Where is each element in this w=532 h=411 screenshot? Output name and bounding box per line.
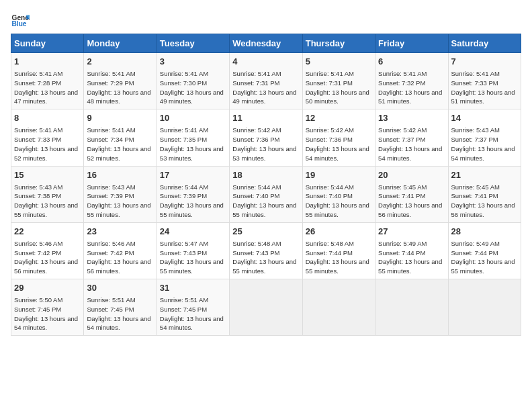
day-info: Sunrise: 5:41 AM Sunset: 7:28 PM Dayligh… — [14, 69, 81, 106]
day-info: Sunrise: 5:45 AM Sunset: 7:41 PM Dayligh… — [451, 183, 518, 220]
day-number: 2 — [87, 56, 153, 68]
day-info: Sunrise: 5:43 AM Sunset: 7:39 PM Dayligh… — [87, 183, 153, 220]
calendar-cell: 15Sunrise: 5:43 AM Sunset: 7:38 PM Dayli… — [11, 166, 84, 222]
day-number: 16 — [87, 169, 153, 181]
calendar-cell: 12Sunrise: 5:42 AM Sunset: 7:36 PM Dayli… — [302, 109, 375, 166]
day-number: 18 — [232, 169, 299, 181]
day-info: Sunrise: 5:46 AM Sunset: 7:42 PM Dayligh… — [14, 239, 81, 276]
day-info: Sunrise: 5:41 AM Sunset: 7:32 PM Dayligh… — [378, 69, 445, 106]
day-number: 26 — [306, 226, 372, 238]
calendar-cell: 17Sunrise: 5:44 AM Sunset: 7:39 PM Dayli… — [157, 166, 229, 222]
day-number: 23 — [87, 226, 153, 238]
day-number: 7 — [451, 56, 518, 68]
calendar-cell: 5Sunrise: 5:41 AM Sunset: 7:31 PM Daylig… — [302, 53, 375, 109]
day-number: 11 — [232, 112, 299, 124]
day-info: Sunrise: 5:41 AM Sunset: 7:31 PM Dayligh… — [306, 69, 372, 106]
day-info: Sunrise: 5:44 AM Sunset: 7:39 PM Dayligh… — [160, 183, 226, 220]
day-info: Sunrise: 5:46 AM Sunset: 7:42 PM Dayligh… — [87, 239, 153, 276]
day-info: Sunrise: 5:41 AM Sunset: 7:29 PM Dayligh… — [87, 69, 153, 106]
calendar-cell: 6Sunrise: 5:41 AM Sunset: 7:32 PM Daylig… — [375, 53, 448, 109]
day-info: Sunrise: 5:51 AM Sunset: 7:45 PM Dayligh… — [87, 295, 153, 332]
calendar-cell: 9Sunrise: 5:41 AM Sunset: 7:34 PM Daylig… — [84, 109, 157, 166]
calendar-cell: 25Sunrise: 5:48 AM Sunset: 7:43 PM Dayli… — [230, 222, 302, 279]
day-info: Sunrise: 5:41 AM Sunset: 7:35 PM Dayligh… — [160, 126, 226, 163]
day-header-wednesday: Wednesday — [230, 34, 302, 53]
day-number: 5 — [306, 56, 372, 68]
day-info: Sunrise: 5:45 AM Sunset: 7:41 PM Dayligh… — [378, 183, 445, 220]
calendar-cell: 22Sunrise: 5:46 AM Sunset: 7:42 PM Dayli… — [11, 222, 84, 279]
day-number: 14 — [451, 112, 518, 124]
day-info: Sunrise: 5:48 AM Sunset: 7:43 PM Dayligh… — [232, 239, 299, 276]
day-info: Sunrise: 5:41 AM Sunset: 7:33 PM Dayligh… — [14, 126, 81, 163]
day-info: Sunrise: 5:44 AM Sunset: 7:40 PM Dayligh… — [306, 183, 372, 220]
svg-text:Blue: Blue — [12, 20, 27, 28]
day-number: 22 — [14, 226, 81, 238]
day-info: Sunrise: 5:41 AM Sunset: 7:31 PM Dayligh… — [232, 69, 299, 106]
logo-icon: General Blue — [11, 11, 30, 30]
calendar-cell: 14Sunrise: 5:43 AM Sunset: 7:37 PM Dayli… — [448, 109, 521, 166]
calendar-cell: 26Sunrise: 5:48 AM Sunset: 7:44 PM Dayli… — [302, 222, 375, 279]
calendar-cell: 24Sunrise: 5:47 AM Sunset: 7:43 PM Dayli… — [157, 222, 229, 279]
day-header-tuesday: Tuesday — [157, 34, 229, 53]
day-number: 27 — [378, 226, 445, 238]
day-info: Sunrise: 5:41 AM Sunset: 7:33 PM Dayligh… — [451, 69, 518, 106]
day-number: 3 — [160, 56, 226, 68]
calendar-cell: 18Sunrise: 5:44 AM Sunset: 7:40 PM Dayli… — [230, 166, 302, 222]
calendar-cell: 28Sunrise: 5:49 AM Sunset: 7:44 PM Dayli… — [448, 222, 521, 279]
day-header-monday: Monday — [84, 34, 157, 53]
day-number: 8 — [14, 112, 81, 124]
day-number: 4 — [232, 56, 299, 68]
day-info: Sunrise: 5:42 AM Sunset: 7:36 PM Dayligh… — [306, 126, 372, 163]
day-number: 28 — [451, 226, 518, 238]
calendar-cell: 4Sunrise: 5:41 AM Sunset: 7:31 PM Daylig… — [230, 53, 302, 109]
day-info: Sunrise: 5:42 AM Sunset: 7:37 PM Dayligh… — [378, 126, 445, 163]
calendar-cell — [302, 279, 375, 336]
calendar-cell: 10Sunrise: 5:41 AM Sunset: 7:35 PM Dayli… — [157, 109, 229, 166]
day-info: Sunrise: 5:44 AM Sunset: 7:40 PM Dayligh… — [232, 183, 299, 220]
calendar-cell: 8Sunrise: 5:41 AM Sunset: 7:33 PM Daylig… — [11, 109, 84, 166]
calendar-cell: 3Sunrise: 5:41 AM Sunset: 7:30 PM Daylig… — [157, 53, 229, 109]
day-info: Sunrise: 5:41 AM Sunset: 7:30 PM Dayligh… — [160, 69, 226, 106]
calendar-cell: 21Sunrise: 5:45 AM Sunset: 7:41 PM Dayli… — [448, 166, 521, 222]
logo: General Blue — [11, 11, 32, 30]
day-info: Sunrise: 5:42 AM Sunset: 7:36 PM Dayligh… — [232, 126, 299, 163]
calendar-cell — [375, 279, 448, 336]
day-header-sunday: Sunday — [11, 34, 84, 53]
day-number: 21 — [451, 169, 518, 181]
day-header-friday: Friday — [375, 34, 448, 53]
day-info: Sunrise: 5:47 AM Sunset: 7:43 PM Dayligh… — [160, 239, 226, 276]
calendar-cell: 27Sunrise: 5:49 AM Sunset: 7:44 PM Dayli… — [375, 222, 448, 279]
day-number: 31 — [160, 282, 226, 294]
day-info: Sunrise: 5:43 AM Sunset: 7:38 PM Dayligh… — [14, 183, 81, 220]
day-number: 29 — [14, 282, 81, 294]
day-info: Sunrise: 5:43 AM Sunset: 7:37 PM Dayligh… — [451, 126, 518, 163]
day-number: 20 — [378, 169, 445, 181]
day-number: 1 — [14, 56, 81, 68]
day-number: 24 — [160, 226, 226, 238]
calendar-cell: 19Sunrise: 5:44 AM Sunset: 7:40 PM Dayli… — [302, 166, 375, 222]
calendar-cell: 29Sunrise: 5:50 AM Sunset: 7:45 PM Dayli… — [11, 279, 84, 336]
day-number: 30 — [87, 282, 153, 294]
day-info: Sunrise: 5:48 AM Sunset: 7:44 PM Dayligh… — [306, 239, 372, 276]
day-info: Sunrise: 5:49 AM Sunset: 7:44 PM Dayligh… — [378, 239, 445, 276]
calendar-week-2: 8Sunrise: 5:41 AM Sunset: 7:33 PM Daylig… — [11, 109, 521, 166]
calendar-cell: 30Sunrise: 5:51 AM Sunset: 7:45 PM Dayli… — [84, 279, 157, 336]
calendar-cell: 23Sunrise: 5:46 AM Sunset: 7:42 PM Dayli… — [84, 222, 157, 279]
calendar-cell: 11Sunrise: 5:42 AM Sunset: 7:36 PM Dayli… — [230, 109, 302, 166]
day-number: 17 — [160, 169, 226, 181]
day-info: Sunrise: 5:41 AM Sunset: 7:34 PM Dayligh… — [87, 126, 153, 163]
day-number: 15 — [14, 169, 81, 181]
day-info: Sunrise: 5:50 AM Sunset: 7:45 PM Dayligh… — [14, 295, 81, 332]
calendar-table: SundayMondayTuesdayWednesdayThursdayFrid… — [11, 34, 521, 336]
day-number: 9 — [87, 112, 153, 124]
day-number: 12 — [306, 112, 372, 124]
calendar-cell: 31Sunrise: 5:51 AM Sunset: 7:45 PM Dayli… — [157, 279, 229, 336]
calendar-cell: 2Sunrise: 5:41 AM Sunset: 7:29 PM Daylig… — [84, 53, 157, 109]
calendar-cell: 1Sunrise: 5:41 AM Sunset: 7:28 PM Daylig… — [11, 53, 84, 109]
calendar-cell: 16Sunrise: 5:43 AM Sunset: 7:39 PM Dayli… — [84, 166, 157, 222]
calendar-week-5: 29Sunrise: 5:50 AM Sunset: 7:45 PM Dayli… — [11, 279, 521, 336]
day-number: 6 — [378, 56, 445, 68]
calendar-cell: 20Sunrise: 5:45 AM Sunset: 7:41 PM Dayli… — [375, 166, 448, 222]
day-info: Sunrise: 5:51 AM Sunset: 7:45 PM Dayligh… — [160, 295, 226, 332]
page-header: General Blue — [11, 11, 521, 30]
